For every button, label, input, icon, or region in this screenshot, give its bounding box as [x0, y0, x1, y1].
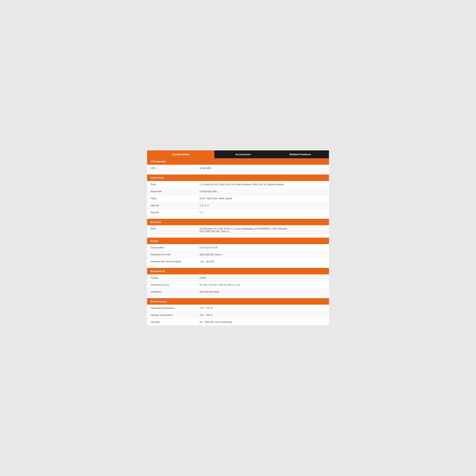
table-row: CasingPlastic	[147, 274, 329, 281]
spec-label: Stop Bit	[147, 209, 196, 216]
table-row: Consumption0.07 A @ 24 VDC	[147, 244, 329, 251]
spec-label: Humidity	[147, 319, 196, 325]
spec-value: 115200 bps Max.	[196, 188, 329, 195]
table-row: Ports1 x 5-wire RS-232 (1000 VDC for Pow…	[147, 181, 329, 188]
spec-value: 5, 6, 7, 8	[196, 202, 329, 209]
section-header-environment: Environment	[147, 298, 329, 305]
section-spacer	[147, 265, 329, 268]
table-row: Humidity10 ~ 90% RH, non-condensing	[147, 319, 329, 326]
spec-value: +12 ~ 48 VDC	[196, 258, 329, 265]
spec-value: 1 x 5-wire RS-232 (1000 VDC for Power Is…	[196, 181, 329, 188]
spec-value: 97 mm x 33 mm x 126 mm (W x L x H)	[196, 281, 329, 288]
section-header-ethernet: Ethernet	[147, 219, 329, 225]
spec-value: 32-bit ARM	[196, 165, 329, 171]
table-row: CPU32-bit ARM	[147, 165, 329, 172]
spec-value: -25 ~ +75 °C	[196, 305, 329, 311]
spec-label: Consumption	[147, 244, 196, 251]
spec-value: IEEE 802.3af, Class 1	[196, 251, 329, 258]
spec-label: Data Bit	[147, 202, 196, 209]
table-row: Storage Temperature-30 ~ +80 °C	[147, 312, 329, 319]
spec-value: 0.07 A @ 24 VDC	[196, 244, 329, 251]
spec-value: -30 ~ +80 °C	[196, 312, 329, 318]
spec-value: 10/100 Base-TX, 8-pin RJ-45 x 2, (Auto-n…	[196, 225, 329, 235]
tab-related-products[interactable]: Related Products	[272, 150, 329, 158]
spec-value: DIN-Rail Mounting	[196, 288, 329, 295]
spec-label: Dimensions (mm)	[147, 281, 196, 288]
section-header-cpu-module: CPU Module	[147, 158, 329, 165]
spec-value: None, Odd, Even, Mark, Space	[196, 195, 329, 202]
tab-bar: Specifications Accessories Related Produ…	[147, 150, 329, 158]
spec-label: Ports	[147, 225, 196, 235]
table-row: Operating Temperature-25 ~ +75 °C	[147, 305, 329, 312]
table-row: Powered from Terminal Block+12 ~ 48 VDC	[147, 258, 329, 265]
section-spacer	[147, 172, 329, 174]
section-header-mechanical: Mechanical	[147, 268, 329, 274]
spec-value: Plastic	[196, 274, 329, 281]
table-row: Stop Bit1, 2	[147, 209, 329, 216]
spec-label: Ports	[147, 181, 196, 188]
table-row: Ports10/100 Base-TX, 8-pin RJ-45 x 2, (A…	[147, 225, 329, 235]
spec-label: Powered from PoE	[147, 251, 196, 258]
spec-label: Parity	[147, 195, 196, 202]
main-container: Specifications Accessories Related Produ…	[147, 150, 329, 326]
table-row: Dimensions (mm)97 mm x 33 mm x 126 mm (W…	[147, 281, 329, 288]
spec-label: Powered from Terminal Block	[147, 258, 196, 265]
table-row: InstallationDIN-Rail Mounting	[147, 288, 329, 295]
spec-label: Operating Temperature	[147, 305, 196, 311]
table-row: Powered from PoEIEEE 802.3af, Class 1	[147, 251, 329, 258]
spec-label: Storage Temperature	[147, 312, 196, 318]
table-row: Baud Rate115200 bps Max.	[147, 188, 329, 195]
table-row: ParityNone, Odd, Even, Mark, Space	[147, 195, 329, 202]
section-spacer	[147, 216, 329, 219]
spec-label: Casing	[147, 274, 196, 281]
table-row: Data Bit5, 6, 7, 8	[147, 202, 329, 209]
section-header-com-ports: COM Ports	[147, 174, 329, 181]
tab-specifications[interactable]: Specifications	[147, 150, 214, 158]
spec-value: 1, 2	[196, 209, 329, 216]
spec-label: CPU	[147, 165, 196, 171]
tab-accessories[interactable]: Accessories	[214, 150, 272, 158]
spec-content: CPU ModuleCPU32-bit ARMCOM PortsPorts1 x…	[147, 158, 329, 326]
section-spacer	[147, 295, 329, 298]
section-spacer	[147, 235, 329, 238]
spec-label: Installation	[147, 288, 196, 295]
spec-value: 10 ~ 90% RH, non-condensing	[196, 319, 329, 325]
spec-label: Baud Rate	[147, 188, 196, 195]
section-header-power: Power	[147, 238, 329, 244]
